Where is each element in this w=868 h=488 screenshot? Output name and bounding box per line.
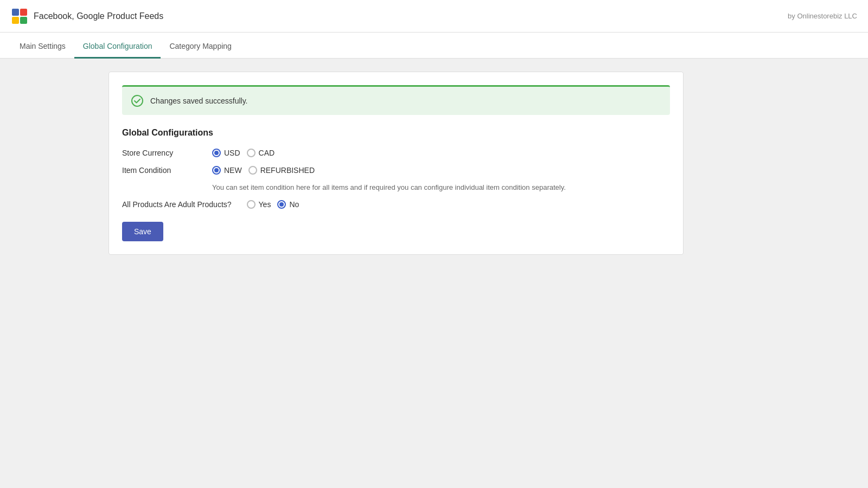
app-icon <box>11 8 28 25</box>
success-icon <box>131 94 144 107</box>
adult-products-no-radio[interactable] <box>277 200 286 209</box>
adult-products-label: All Products Are Adult Products? <box>122 200 232 209</box>
store-currency-cad-radio[interactable] <box>247 149 256 157</box>
item-condition-refurbished-radio[interactable] <box>248 166 257 175</box>
adult-products-yes-label: Yes <box>259 200 271 209</box>
svg-rect-3 <box>12 17 19 24</box>
svg-rect-2 <box>20 9 27 16</box>
svg-point-5 <box>132 95 143 106</box>
adult-products-yes-option[interactable]: Yes <box>247 200 271 209</box>
item-condition-row: Item Condition NEW REFURBISHED <box>122 166 670 175</box>
tab-main-settings[interactable]: Main Settings <box>11 35 74 59</box>
section-title: Global Configurations <box>122 128 670 138</box>
store-currency-row: Store Currency USD CAD <box>122 149 670 157</box>
store-currency-usd-label: USD <box>224 149 240 157</box>
app-header-left: Facebook, Google Product Feeds <box>11 8 163 25</box>
adult-products-no-option[interactable]: No <box>277 200 299 209</box>
item-condition-radio-group: NEW REFURBISHED <box>212 166 315 175</box>
item-condition-label: Item Condition <box>122 166 203 175</box>
main-content: Changes saved successfully. Global Confi… <box>0 59 760 268</box>
store-currency-usd-radio[interactable] <box>212 149 221 157</box>
item-condition-hint: You can set item condition here for all … <box>212 183 670 191</box>
svg-rect-4 <box>20 17 27 24</box>
store-currency-usd-option[interactable]: USD <box>212 149 240 157</box>
store-currency-radio-group: USD CAD <box>212 149 275 157</box>
item-condition-new-radio[interactable] <box>212 166 221 175</box>
store-currency-cad-option[interactable]: CAD <box>247 149 275 157</box>
adult-products-radio-group: Yes No <box>247 200 299 209</box>
tab-category-mapping[interactable]: Category Mapping <box>161 35 240 59</box>
tabs-bar: Main Settings Global Configuration Categ… <box>0 33 868 59</box>
item-condition-new-option[interactable]: NEW <box>212 166 242 175</box>
save-button[interactable]: Save <box>122 222 163 241</box>
by-label: by Onlinestorebiz LLC <box>788 12 857 20</box>
svg-rect-1 <box>12 9 19 16</box>
top-bar: Facebook, Google Product Feeds by Online… <box>0 0 868 33</box>
app-title: Facebook, Google Product Feeds <box>34 11 163 21</box>
item-condition-new-label: NEW <box>224 166 242 175</box>
success-banner: Changes saved successfully. <box>122 85 670 115</box>
store-currency-cad-label: CAD <box>259 149 275 157</box>
store-currency-label: Store Currency <box>122 149 203 157</box>
adult-products-no-label: No <box>289 200 299 209</box>
content-card: Changes saved successfully. Global Confi… <box>108 72 684 255</box>
success-message: Changes saved successfully. <box>150 97 248 105</box>
tab-global-configuration[interactable]: Global Configuration <box>74 35 161 59</box>
adult-products-yes-radio[interactable] <box>247 200 256 209</box>
item-condition-refurbished-option[interactable]: REFURBISHED <box>248 166 315 175</box>
item-condition-refurbished-label: REFURBISHED <box>260 166 315 175</box>
adult-products-row: All Products Are Adult Products? Yes No <box>122 200 670 209</box>
